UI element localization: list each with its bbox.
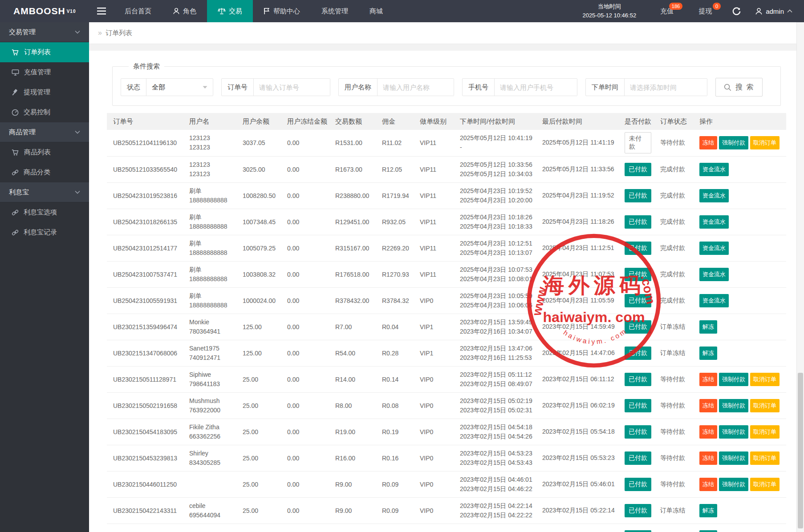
- status-select[interactable]: 全部: [146, 79, 213, 96]
- sidebar-item-trade-control[interactable]: 交易控制: [0, 102, 89, 122]
- status-select-value: 全部: [152, 83, 165, 92]
- sidebar-item-order-list[interactable]: 订单列表: [0, 42, 89, 62]
- actions-cell: 资金流水: [695, 287, 786, 314]
- force-pay-button[interactable]: 强制付款: [719, 136, 748, 149]
- last-pay-time-cell: 2023年02月15日 05:46:01: [538, 471, 620, 497]
- user-name-cell: cebile695644094: [185, 497, 238, 524]
- freeze-button[interactable]: 冻结: [699, 425, 717, 439]
- cancel-order-button[interactable]: 取消订单: [750, 451, 780, 465]
- sidebar-group-lixibao[interactable]: 利息宝: [0, 182, 89, 202]
- last-pay-time-cell: 2025年04月23日 11:12:51: [538, 235, 620, 261]
- force-pay-button[interactable]: 强制付款: [719, 425, 748, 439]
- sidebar-item-lixibao-log[interactable]: 利息宝记录: [0, 222, 89, 242]
- table-row: UB2302150247579594Cabangani25.000.00R24.…: [107, 524, 786, 532]
- fund-flow-button[interactable]: 资金流水: [699, 163, 729, 176]
- trade-amount-cell: R378432.00: [331, 287, 378, 314]
- sidebar-item-label: 商品分类: [24, 168, 50, 177]
- force-pay-button[interactable]: 强制付款: [719, 451, 748, 465]
- fund-flow-button[interactable]: 资金流水: [699, 215, 729, 229]
- freeze-button[interactable]: 冻结: [699, 136, 717, 149]
- fund-flow-button[interactable]: 资金流水: [699, 242, 729, 255]
- freeze-button[interactable]: 冻结: [699, 399, 717, 412]
- unfreeze-button[interactable]: 解冻: [699, 320, 717, 334]
- cancel-order-button[interactable]: 取消订单: [750, 399, 780, 412]
- paid-status-badge: 已付款: [625, 320, 651, 334]
- sidebar-group-trade-mgmt[interactable]: 交易管理: [0, 22, 89, 42]
- refresh-button[interactable]: [724, 0, 749, 22]
- unfreeze-button[interactable]: 解冻: [699, 347, 717, 360]
- cancel-order-button[interactable]: 取消订单: [750, 373, 780, 386]
- freeze-button[interactable]: 冻结: [699, 478, 717, 491]
- status-filter-group: 状态 全部: [121, 78, 213, 96]
- commission-cell: R11.02: [378, 130, 415, 156]
- actions-cell: 冻结强制付款取消订单: [695, 471, 786, 497]
- order-no-input[interactable]: [253, 79, 330, 96]
- unfreeze-button[interactable]: 解冻: [699, 504, 717, 517]
- commission-cell: R0.09: [378, 497, 415, 524]
- force-pay-button[interactable]: 强制付款: [719, 399, 748, 412]
- paid-status-badge: 已付款: [625, 373, 651, 386]
- scrollbar-thumb[interactable]: [798, 373, 803, 528]
- sidebar-item-label: 充值管理: [24, 68, 51, 77]
- cancel-order-button[interactable]: 取消订单: [750, 136, 780, 149]
- order-time-cell: 2023年02月15日 04:53:232023年02月15日 04:53:43: [455, 445, 538, 471]
- vip-level-cell: VIP11: [415, 209, 455, 235]
- paid-status-cell: 已付款: [620, 340, 656, 366]
- sidebar-item-goods-cate[interactable]: 商品分类: [0, 162, 89, 182]
- order-time-cell: 2023年02月15日 02:47:57: [455, 524, 538, 532]
- sidebar-item-lixibao-opt[interactable]: 利息宝选项: [0, 202, 89, 222]
- sidebar-group-label: 商品管理: [9, 128, 36, 137]
- cancel-order-button[interactable]: 取消订单: [750, 425, 780, 439]
- fund-flow-button[interactable]: 资金流水: [699, 189, 729, 202]
- sidebar-item-label: 利息宝选项: [24, 208, 57, 217]
- sidebar-item-recharge-mgmt[interactable]: 充值管理: [0, 62, 89, 82]
- column-header-0: 订单号: [107, 113, 185, 130]
- search-button[interactable]: 搜 索: [715, 78, 763, 97]
- order-id-cell: UB2302150446011250: [107, 471, 185, 497]
- cancel-order-button[interactable]: 取消订单: [750, 478, 780, 491]
- nav-item-mall[interactable]: 商城: [359, 0, 394, 22]
- order-time-cell: 2025年04月23日 10:07:532025年04月23日 10:08:01: [455, 261, 538, 287]
- order-time-cell: 2023年02月15日 04:54:182023年02月15日 04:54:26: [455, 419, 538, 445]
- withdraw-nav-item[interactable]: 提现 0: [686, 0, 724, 22]
- nav-item-trade[interactable]: 交易: [207, 0, 253, 22]
- nav-item-system[interactable]: 系统管理: [311, 0, 359, 22]
- sidebar-item-label: 商品列表: [24, 148, 51, 157]
- search-icon: [724, 84, 731, 91]
- freeze-button[interactable]: 冻结: [699, 451, 717, 465]
- force-pay-button[interactable]: 强制付款: [719, 373, 748, 386]
- user-name-input[interactable]: [377, 79, 454, 96]
- order-id-cell: UB2302150422143311: [107, 497, 185, 524]
- order-time-cell: 2025年04月23日 10:05:592025年04月23日 10:06:06: [455, 287, 538, 314]
- user-menu[interactable]: admin: [749, 0, 804, 22]
- column-header-1: 用户名: [185, 113, 238, 130]
- frozen-amount-cell: 0.00: [283, 130, 331, 156]
- vip-level-cell: VIP0: [415, 392, 455, 419]
- freeze-button[interactable]: 冻结: [699, 373, 717, 386]
- order-time-input[interactable]: [624, 79, 707, 96]
- sidebar-group-goods-mgmt[interactable]: 商品管理: [0, 122, 89, 142]
- user-name-cell: Siphiwe798641183: [185, 366, 238, 392]
- phone-filter-group: 手机号: [462, 78, 577, 96]
- search-panel-legend: 条件搜索: [129, 62, 164, 71]
- user-name-cell: [185, 471, 238, 497]
- recharge-nav-item[interactable]: 充值 186: [648, 0, 686, 22]
- phone-input[interactable]: [494, 79, 577, 96]
- unfreeze-button[interactable]: 解冻: [699, 530, 717, 532]
- scrollbar-track[interactable]: [796, 22, 804, 532]
- fund-flow-button[interactable]: 资金流水: [699, 294, 729, 307]
- sidebar-item-withdraw-mgmt[interactable]: 提现管理: [0, 82, 89, 102]
- nav-item-home[interactable]: 后台首页: [114, 0, 162, 22]
- fund-flow-button[interactable]: 资金流水: [699, 268, 729, 281]
- force-pay-button[interactable]: 强制付款: [719, 478, 748, 491]
- vip-level-cell: VIP0: [415, 287, 455, 314]
- nav-item-role[interactable]: 角色: [162, 0, 207, 22]
- menu-toggle-button[interactable]: [89, 0, 114, 22]
- hamburger-icon: [97, 8, 106, 15]
- order-id-cell: UB2302150454183095: [107, 419, 185, 445]
- paid-status-cell: 已付款: [620, 419, 656, 445]
- divider-band: [89, 44, 804, 51]
- nav-item-help[interactable]: 帮助中心: [253, 0, 311, 22]
- sidebar-item-goods-list[interactable]: 商品列表: [0, 142, 89, 162]
- order-time-cell: 2023年02月15日 13:59:492023年02月16日 10:34:07: [455, 314, 538, 340]
